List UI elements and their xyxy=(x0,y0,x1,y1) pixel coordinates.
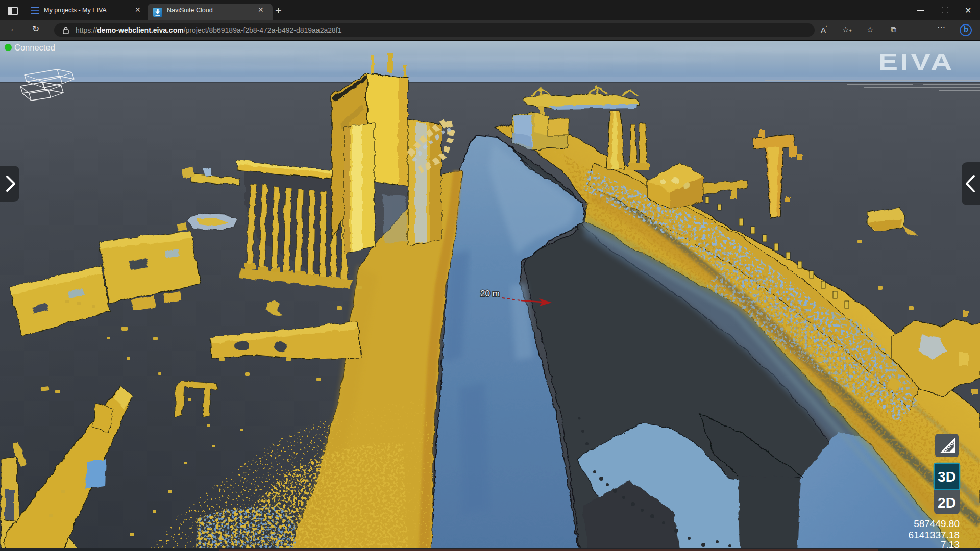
svg-text:Connected: Connected xyxy=(14,43,55,52)
svg-text:6141337.18: 6141337.18 xyxy=(909,530,960,540)
svg-text:7.13: 7.13 xyxy=(941,539,960,550)
svg-text:20 m: 20 m xyxy=(480,289,500,298)
svg-text:2D: 2D xyxy=(938,495,956,511)
svg-text:587449.80: 587449.80 xyxy=(914,518,960,529)
svg-text:EIVA: EIVA xyxy=(878,48,954,74)
svg-text:3D: 3D xyxy=(938,469,956,485)
